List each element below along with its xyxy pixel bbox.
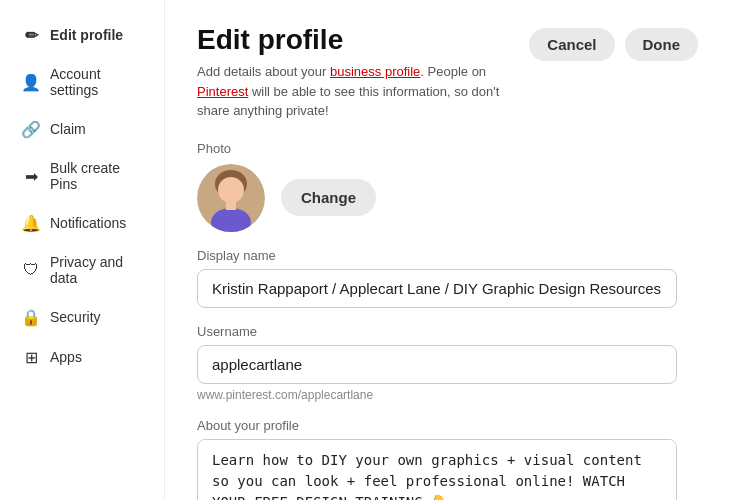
display-name-input[interactable] xyxy=(197,269,677,308)
about-textarea[interactable] xyxy=(197,439,677,501)
sidebar-item-claim[interactable]: 🔗Claim xyxy=(6,110,158,148)
page-title: Edit profile xyxy=(197,24,507,56)
page-description: Add details about your business profile.… xyxy=(197,62,507,121)
header-buttons: Cancel Done xyxy=(529,28,698,61)
profile-url: www.pinterest.com/applecartlane xyxy=(197,388,698,402)
username-group: Username www.pinterest.com/applecartlane xyxy=(197,324,698,402)
sidebar-item-label-apps: Apps xyxy=(50,349,82,365)
sidebar-item-account-settings[interactable]: 👤Account settings xyxy=(6,56,158,108)
sidebar-item-notifications[interactable]: 🔔Notifications xyxy=(6,204,158,242)
sidebar-item-label-security: Security xyxy=(50,309,101,325)
display-name-group: Display name xyxy=(197,248,698,308)
sidebar-item-label-bulk-create-pins: Bulk create Pins xyxy=(50,160,142,192)
change-photo-button[interactable]: Change xyxy=(281,179,376,216)
main-header: Edit profile Add details about your busi… xyxy=(197,24,698,121)
photo-label: Photo xyxy=(197,141,698,156)
security-icon: 🔒 xyxy=(22,308,40,326)
sidebar-item-label-notifications: Notifications xyxy=(50,215,126,231)
username-label: Username xyxy=(197,324,698,339)
sidebar-item-apps[interactable]: ⊞Apps xyxy=(6,338,158,376)
svg-rect-4 xyxy=(226,200,236,210)
sidebar-item-bulk-create-pins[interactable]: ➡Bulk create Pins xyxy=(6,150,158,202)
sidebar-item-label-account-settings: Account settings xyxy=(50,66,142,98)
privacy-and-data-icon: 🛡 xyxy=(22,261,40,279)
display-name-label: Display name xyxy=(197,248,698,263)
about-group: About your profile xyxy=(197,418,698,501)
main-content: Edit profile Add details about your busi… xyxy=(165,0,730,500)
account-settings-icon: 👤 xyxy=(22,73,40,91)
username-input[interactable] xyxy=(197,345,677,384)
done-button[interactable]: Done xyxy=(625,28,699,61)
svg-point-2 xyxy=(218,177,244,203)
sidebar-item-label-privacy-and-data: Privacy and data xyxy=(50,254,142,286)
header-left: Edit profile Add details about your busi… xyxy=(197,24,507,121)
avatar xyxy=(197,164,265,232)
sidebar-item-edit-profile[interactable]: ✏Edit profile xyxy=(6,16,158,54)
claim-icon: 🔗 xyxy=(22,120,40,138)
notifications-icon: 🔔 xyxy=(22,214,40,232)
sidebar-item-privacy-and-data[interactable]: 🛡Privacy and data xyxy=(6,244,158,296)
sidebar-item-label-edit-profile: Edit profile xyxy=(50,27,123,43)
edit-profile-icon: ✏ xyxy=(22,26,40,44)
apps-icon: ⊞ xyxy=(22,348,40,366)
sidebar: ✏Edit profile👤Account settings🔗Claim➡Bul… xyxy=(0,0,165,500)
bulk-create-pins-icon: ➡ xyxy=(22,167,40,185)
photo-row: Change xyxy=(197,164,698,232)
sidebar-item-security[interactable]: 🔒Security xyxy=(6,298,158,336)
sidebar-item-label-claim: Claim xyxy=(50,121,86,137)
cancel-button[interactable]: Cancel xyxy=(529,28,614,61)
about-label: About your profile xyxy=(197,418,698,433)
